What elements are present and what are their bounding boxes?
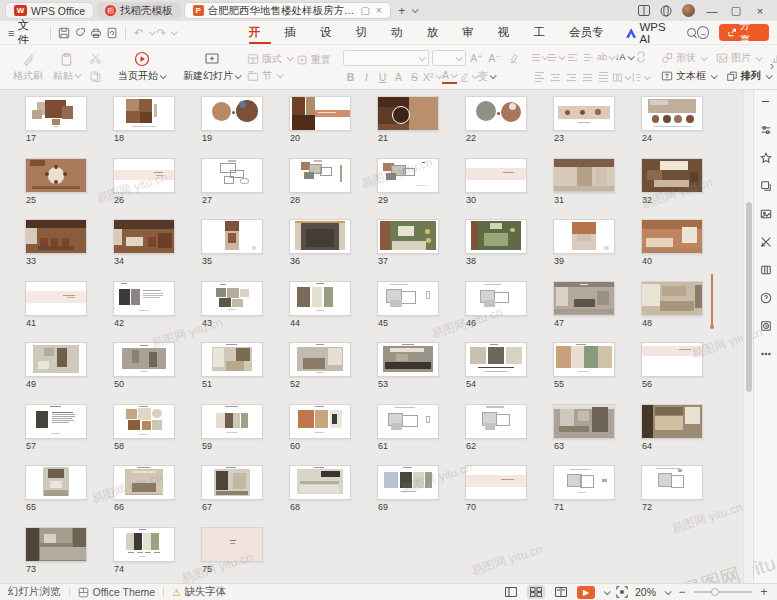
tab-docer-templates[interactable]: 稻 找稻壳模板	[97, 2, 181, 19]
slide-thumbnail[interactable]	[201, 342, 263, 377]
bold-button[interactable]: B	[343, 69, 358, 84]
slide-thumbnail[interactable]	[553, 96, 615, 131]
text-direction-button[interactable]: ab	[597, 50, 614, 65]
slide-thumbnail[interactable]	[113, 342, 175, 377]
align-right-button[interactable]	[564, 70, 579, 85]
theme-name[interactable]: Office Theme	[93, 586, 156, 598]
image-gallery-icon[interactable]	[758, 206, 773, 221]
format-painter-button[interactable]: 格式刷	[10, 48, 46, 86]
slide-thumbnail[interactable]	[201, 527, 263, 562]
menu-insert[interactable]: 插入	[277, 21, 313, 44]
slide-thumbnail[interactable]	[465, 465, 527, 500]
slide-thumbnail[interactable]	[553, 158, 615, 193]
sorter-view-button[interactable]	[527, 585, 545, 599]
char-shading-button[interactable]: A	[391, 69, 406, 84]
slide-thumbnail[interactable]	[113, 219, 175, 254]
globe-settings-icon[interactable]	[660, 5, 672, 17]
duplicate-slide-icon[interactable]	[758, 178, 773, 193]
tab-close-icon[interactable]: ×	[376, 5, 382, 16]
zoom-chevron-icon[interactable]	[665, 588, 672, 595]
font-family-select[interactable]	[343, 50, 429, 66]
file-menu[interactable]: 文件	[17, 18, 39, 48]
hamburger-icon[interactable]: ≡	[8, 27, 14, 39]
slide-thumbnail[interactable]	[641, 404, 703, 439]
menu-slideshow[interactable]: 放映	[420, 21, 456, 44]
increase-indent-button[interactable]	[581, 50, 596, 65]
menu-transition[interactable]: 切换	[349, 21, 385, 44]
textbox-button[interactable]: 文本框	[661, 69, 716, 83]
slide-thumbnail[interactable]	[377, 404, 439, 439]
undo-icon[interactable]: ↶	[131, 25, 147, 41]
arrange-button[interactable]: 排列	[726, 69, 771, 83]
slide-thumbnail[interactable]	[113, 281, 175, 316]
justify-button[interactable]	[580, 70, 595, 85]
slide-thumbnail[interactable]	[25, 281, 87, 316]
underline-button[interactable]: U	[375, 69, 390, 84]
collapse-icon[interactable]	[758, 94, 773, 109]
settings-sliders-icon[interactable]	[758, 122, 773, 137]
zoom-slider-knob[interactable]	[711, 588, 719, 596]
slide-thumbnail[interactable]	[201, 219, 263, 254]
play-from-current-button[interactable]: 当页开始	[115, 48, 168, 86]
numbered-list-button[interactable]	[548, 50, 564, 65]
redo-icon[interactable]: ↷	[153, 25, 169, 41]
normal-view-button[interactable]	[502, 585, 520, 599]
more-icon[interactable]	[758, 346, 773, 361]
slide-thumbnail[interactable]	[201, 158, 263, 193]
clear-format-button[interactable]	[505, 50, 520, 65]
text-effects-button[interactable]: 变	[478, 69, 496, 84]
home-tab[interactable]: W WPS Office	[5, 2, 94, 19]
slide-sorter-canvas[interactable]: 1718192021222324252627282930313233343536…	[0, 90, 743, 583]
export-icon[interactable]	[72, 25, 88, 41]
slide-thumbnail[interactable]	[201, 281, 263, 316]
columns-button[interactable]	[612, 70, 630, 85]
zoom-in-button[interactable]: +	[759, 585, 769, 599]
slide-thumbnail[interactable]	[25, 342, 87, 377]
decrease-indent-button[interactable]	[565, 50, 580, 65]
italic-button[interactable]: I	[359, 69, 374, 84]
slide-thumbnail[interactable]	[465, 342, 527, 377]
slide-thumbnail[interactable]	[289, 281, 351, 316]
detach-window-icon[interactable]: ▢	[361, 5, 370, 16]
menu-design[interactable]: 设计	[313, 21, 349, 44]
slide-thumbnail[interactable]	[113, 465, 175, 500]
zoom-slider[interactable]	[694, 591, 752, 593]
superscript-button[interactable]: X²	[423, 69, 441, 84]
slide-thumbnail[interactable]	[289, 96, 351, 131]
fit-window-icon[interactable]	[616, 586, 628, 598]
cut-button[interactable]	[87, 51, 103, 65]
slide-thumbnail[interactable]	[289, 404, 351, 439]
slideshow-options-chevron-icon[interactable]	[604, 588, 611, 595]
layout-button[interactable]: 版式	[247, 52, 292, 66]
strikethrough-button[interactable]: S	[407, 69, 422, 84]
slide-thumbnail[interactable]	[113, 404, 175, 439]
align-center-button[interactable]	[548, 70, 563, 85]
slide-thumbnail[interactable]	[377, 219, 439, 254]
slide-thumbnail[interactable]	[113, 158, 175, 193]
increase-font-button[interactable]: A⁺	[469, 50, 484, 65]
slide-thumbnail[interactable]	[377, 465, 439, 500]
wps-ai-button[interactable]: WPS AI	[619, 21, 683, 45]
slide-thumbnail[interactable]	[465, 96, 527, 131]
decrease-font-button[interactable]: A⁻	[487, 50, 502, 65]
slide-thumbnail[interactable]	[25, 465, 87, 500]
slide-thumbnail[interactable]	[377, 342, 439, 377]
zoom-out-button[interactable]: −	[677, 585, 687, 599]
slide-thumbnail[interactable]	[553, 281, 615, 316]
slide-thumbnail[interactable]	[465, 281, 527, 316]
slide-thumbnail[interactable]	[201, 465, 263, 500]
more-actions-chevron-icon[interactable]	[171, 28, 178, 35]
bullet-list-button[interactable]	[532, 50, 547, 65]
maximize-button[interactable]: ▢	[729, 4, 743, 17]
menu-view[interactable]: 视图	[491, 21, 527, 44]
highlight-color-button[interactable]	[458, 69, 477, 84]
minimize-button[interactable]: —	[705, 5, 719, 17]
slide-thumbnail[interactable]	[465, 404, 527, 439]
slide-thumbnail[interactable]	[641, 465, 703, 500]
vertical-scrollbar[interactable]	[743, 90, 753, 583]
search-icon[interactable]	[687, 28, 696, 38]
align-left-button[interactable]	[532, 70, 547, 85]
slide-thumbnail[interactable]	[377, 158, 439, 193]
slide-thumbnail[interactable]	[25, 219, 87, 254]
history-doc-icon[interactable]	[758, 318, 773, 333]
